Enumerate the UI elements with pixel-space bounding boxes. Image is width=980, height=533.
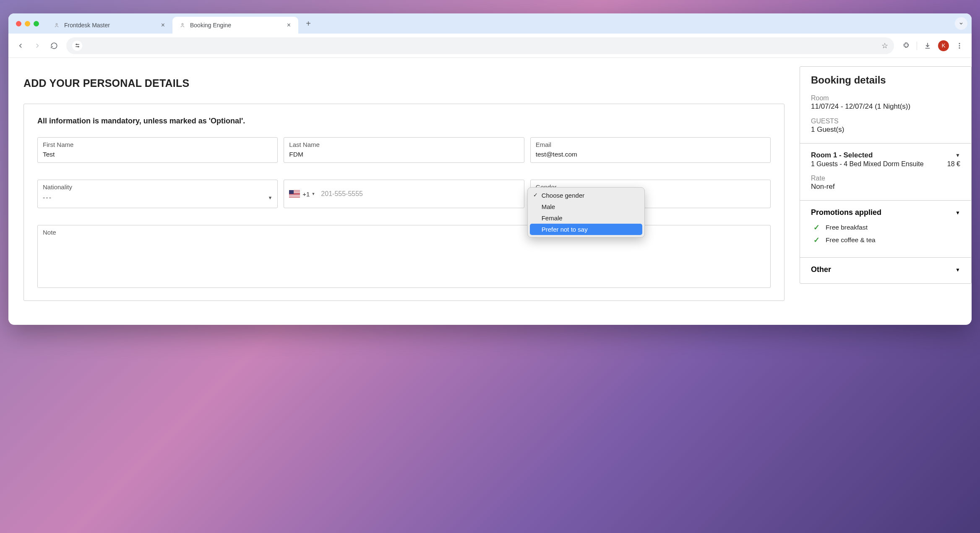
- page-title: ADD YOUR PERSONAL DETAILS: [23, 77, 785, 89]
- maximize-window-button[interactable]: [34, 21, 39, 26]
- tab-frontdesk-master[interactable]: Frontdesk Master ×: [47, 17, 172, 34]
- promo-item: ✓ Free breakfast: [813, 223, 960, 232]
- chevron-down-icon: ▼: [268, 195, 272, 200]
- other-header[interactable]: Other ▼: [811, 265, 960, 274]
- us-flag-icon: [289, 190, 300, 198]
- gender-dropdown: Choose gender Male Female Prefer not to …: [527, 187, 645, 238]
- nationality-select[interactable]: --- ▼: [43, 194, 272, 201]
- forward-button[interactable]: [30, 39, 44, 53]
- svg-point-5: [959, 45, 960, 46]
- room-selected-header[interactable]: Room 1 - Selected ▼: [811, 151, 960, 159]
- note-field[interactable]: Note: [37, 225, 771, 288]
- svg-point-1: [182, 24, 183, 25]
- window-controls: [16, 21, 39, 26]
- room-dates: 11/07/24 - 12/07/24 (1 Night(s)): [811, 102, 960, 111]
- check-icon: ✓: [813, 235, 820, 245]
- field-label: Last Name: [289, 141, 519, 148]
- nationality-field[interactable]: Nationality --- ▼: [37, 180, 278, 208]
- form-row-2: Nationality --- ▼ +1 ▼ Gender: [37, 180, 771, 208]
- guests-value: 1 Guest(s): [811, 125, 960, 134]
- room-label: Room: [811, 94, 960, 102]
- page-content: ADD YOUR PERSONAL DETAILS All informatio…: [8, 58, 972, 325]
- other-title: Other: [811, 265, 831, 274]
- room-selected-section: Room 1 - Selected ▼ 1 Guests - 4 Bed Mix…: [800, 144, 971, 201]
- promo-item: ✓ Free coffee & tea: [813, 235, 960, 245]
- nationality-value: ---: [43, 194, 52, 201]
- promotions-section: Promotions applied ▼ ✓ Free breakfast ✓ …: [800, 201, 971, 258]
- form-intro: All information is mandatory, unless mar…: [37, 117, 771, 125]
- omnibox[interactable]: ☆: [66, 37, 894, 54]
- gender-field[interactable]: Gender Choose gender Male Female Prefer …: [530, 180, 771, 208]
- tab-title: Booking Engine: [190, 22, 231, 29]
- toolbar-icons: K: [899, 39, 967, 53]
- promo-label: Free breakfast: [826, 224, 868, 231]
- room-description: 1 Guests - 4 Bed Mixed Dorm Ensuite: [811, 160, 924, 168]
- field-label: Email: [536, 141, 765, 148]
- extensions-icon[interactable]: [899, 39, 913, 53]
- gender-option-female[interactable]: Female: [530, 212, 642, 224]
- note-textarea[interactable]: [43, 238, 765, 285]
- personal-details-form: All information is mandatory, unless mar…: [23, 104, 785, 301]
- form-row-1: First Name Last Name Email: [37, 137, 771, 163]
- close-tab-icon[interactable]: ×: [285, 21, 292, 29]
- address-bar: ☆ K: [8, 34, 972, 58]
- downloads-icon[interactable]: [920, 39, 935, 53]
- check-icon: ✓: [813, 223, 820, 232]
- chevron-down-icon: ▼: [955, 152, 960, 158]
- promotions-title: Promotions applied: [811, 208, 881, 217]
- tab-overflow-button[interactable]: [955, 17, 967, 30]
- guests-label: GUESTS: [811, 118, 960, 125]
- booking-details-title: Booking details: [811, 74, 960, 86]
- bookmark-icon[interactable]: ☆: [881, 41, 888, 50]
- email-field[interactable]: Email: [530, 137, 771, 163]
- last-name-input[interactable]: [289, 151, 519, 158]
- svg-point-3: [78, 46, 78, 47]
- booking-details-box: Booking details Room 11/07/24 - 12/07/24…: [800, 66, 972, 284]
- room-selected-title: Room 1 - Selected: [811, 151, 873, 159]
- chevron-down-icon: ▼: [955, 210, 960, 216]
- profile-avatar[interactable]: K: [936, 39, 951, 53]
- first-name-input[interactable]: [43, 151, 272, 158]
- dial-code: +1: [302, 191, 310, 198]
- avatar: K: [938, 40, 949, 51]
- close-window-button[interactable]: [16, 21, 21, 26]
- chevron-down-icon: ▼: [955, 267, 960, 273]
- browser-window: Frontdesk Master × Booking Engine × +: [8, 13, 972, 325]
- main-column: ADD YOUR PERSONAL DETAILS All informatio…: [8, 58, 800, 325]
- gender-option-prefer-not[interactable]: Prefer not to say: [530, 224, 642, 235]
- gender-option-male[interactable]: Male: [530, 201, 642, 212]
- promo-label: Free coffee & tea: [826, 236, 876, 244]
- room-price: 18 €: [947, 160, 960, 168]
- minimize-window-button[interactable]: [25, 21, 30, 26]
- booking-overview-section: Booking details Room 11/07/24 - 12/07/24…: [800, 67, 971, 144]
- last-name-field[interactable]: Last Name: [284, 137, 524, 163]
- room-detail-row: 1 Guests - 4 Bed Mixed Dorm Ensuite 18 €: [811, 160, 960, 168]
- chevron-down-icon[interactable]: ▼: [311, 192, 315, 196]
- tab-title: Frontdesk Master: [64, 22, 110, 29]
- field-label: Nationality: [43, 183, 272, 191]
- booking-summary-sidebar: Booking details Room 11/07/24 - 12/07/24…: [800, 58, 972, 325]
- first-name-field[interactable]: First Name: [37, 137, 278, 163]
- svg-point-2: [76, 44, 77, 45]
- site-settings-icon[interactable]: [72, 41, 82, 51]
- close-tab-icon[interactable]: ×: [159, 21, 167, 29]
- tab-favicon: [53, 22, 60, 29]
- separator: [917, 42, 917, 50]
- promotions-header[interactable]: Promotions applied ▼: [811, 208, 960, 217]
- svg-point-6: [959, 47, 960, 48]
- gender-option-choose[interactable]: Choose gender: [530, 190, 642, 201]
- email-input[interactable]: [536, 151, 765, 158]
- field-label: First Name: [43, 141, 272, 148]
- reload-button[interactable]: [47, 39, 61, 53]
- back-button[interactable]: [13, 39, 28, 53]
- tab-favicon: [179, 22, 186, 29]
- menu-icon[interactable]: [952, 39, 967, 53]
- phone-input[interactable]: [321, 190, 519, 198]
- form-row-3: Note: [37, 225, 771, 288]
- rate-value: Non-ref: [811, 183, 960, 191]
- phone-field[interactable]: +1 ▼: [284, 180, 524, 208]
- svg-point-4: [959, 43, 960, 44]
- tab-booking-engine[interactable]: Booking Engine ×: [172, 17, 298, 34]
- field-label: Note: [43, 229, 765, 236]
- new-tab-button[interactable]: +: [302, 18, 314, 29]
